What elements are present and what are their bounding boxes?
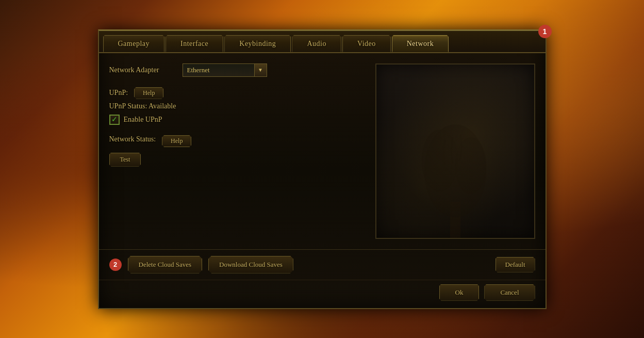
dialog-footer: 2 Delete Cloud Saves Download Cloud Save…: [99, 249, 546, 280]
tab-interface[interactable]: Interface: [166, 35, 223, 52]
tab-video[interactable]: Video: [342, 35, 391, 52]
chevron-down-icon: ▼: [258, 67, 263, 73]
settings-dialog: 1 Gameplay Interface Keybinding Audio Vi…: [98, 29, 547, 309]
download-cloud-saves-button[interactable]: Download Cloud Saves: [208, 256, 293, 273]
adapter-select-wrapper: ▼: [183, 63, 267, 77]
left-panel: Network Adapter ▼ UPnP: Help UPnP Status…: [109, 63, 367, 239]
corner-badge-1: 1: [538, 25, 552, 38]
preview-panel: [375, 63, 535, 239]
tab-audio[interactable]: Audio: [292, 35, 341, 52]
upnp-enable-row: ✓ Enable UPnP: [109, 115, 367, 125]
upnp-status-text: UPnP Status: Available: [109, 102, 367, 110]
tab-bar: Gameplay Interface Keybinding Audio Vide…: [99, 31, 546, 53]
tab-keybinding[interactable]: Keybinding: [224, 35, 291, 52]
upnp-checkbox[interactable]: ✓: [109, 115, 120, 125]
upnp-row: UPnP: Help: [109, 87, 367, 99]
cancel-button[interactable]: Cancel: [484, 284, 535, 301]
adapter-label: Network Adapter: [109, 66, 176, 74]
network-status-label: Network Status:: [109, 135, 156, 143]
network-status-help-button[interactable]: Help: [162, 135, 191, 147]
default-button[interactable]: Default: [496, 257, 535, 272]
upnp-help-button[interactable]: Help: [134, 87, 163, 99]
dialog-overlay: 1 Gameplay Interface Keybinding Audio Vi…: [0, 0, 644, 338]
preview-inner: [376, 65, 534, 238]
upnp-section: UPnP: Help UPnP Status: Available ✓ Enab…: [109, 87, 367, 125]
adapter-row: Network Adapter ▼: [109, 63, 367, 77]
tab-network[interactable]: Network: [392, 35, 449, 52]
dialog-actions: Ok Cancel: [99, 280, 546, 308]
upnp-label: UPnP:: [109, 89, 128, 97]
network-status-row: Network Status: Help: [109, 135, 367, 148]
footer-badge-2: 2: [109, 259, 122, 271]
network-status-section: Network Status: Help Test: [109, 135, 367, 167]
dialog-content: Network Adapter ▼ UPnP: Help UPnP Status…: [99, 53, 546, 249]
tree-silhouette-icon: [404, 109, 507, 238]
checkmark-icon: ✓: [111, 116, 118, 123]
adapter-input[interactable]: [183, 63, 255, 77]
adapter-dropdown-btn[interactable]: ▼: [255, 63, 267, 77]
test-button[interactable]: Test: [109, 153, 141, 167]
svg-point-3: [455, 137, 486, 194]
upnp-checkbox-label: Enable UPnP: [124, 116, 162, 124]
delete-cloud-saves-button[interactable]: Delete Cloud Saves: [128, 256, 203, 273]
tab-gameplay[interactable]: Gameplay: [103, 35, 165, 52]
ok-button[interactable]: Ok: [439, 284, 480, 301]
